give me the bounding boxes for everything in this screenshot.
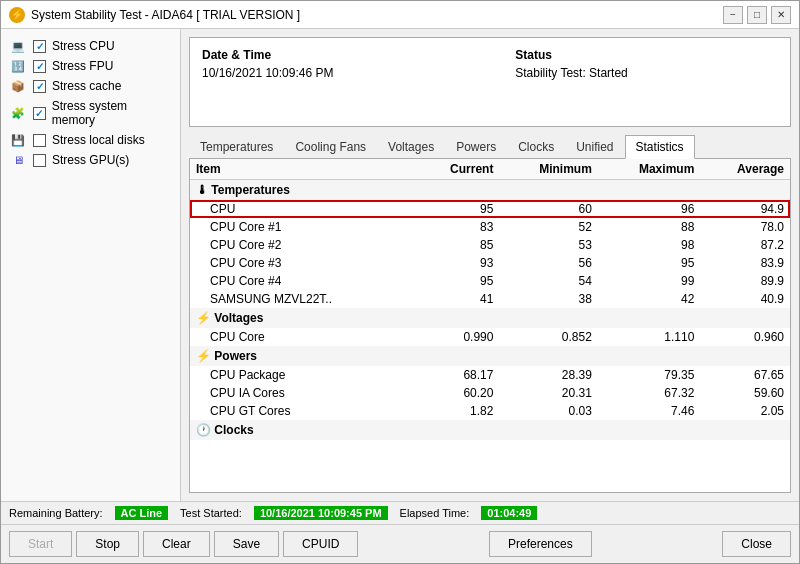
clear-button[interactable]: Clear: [143, 531, 210, 557]
group-header-row: 🕐 Clocks: [190, 420, 790, 440]
stress-gpu-label: Stress GPU(s): [52, 153, 129, 167]
info-box: Date & Time Status 10/16/2021 10:09:46 P…: [189, 37, 791, 127]
status-bar: Remaining Battery: AC Line Test Started:…: [1, 501, 799, 524]
table-row: CPU Core #183528878.0: [190, 218, 790, 236]
row-value: 0.03: [499, 402, 597, 420]
main-content: 💻 Stress CPU 🔢 Stress FPU 📦 Stress cache…: [1, 29, 799, 501]
tab-statistics[interactable]: Statistics: [625, 135, 695, 159]
test-started-value: 10/16/2021 10:09:45 PM: [254, 506, 388, 520]
battery-value: AC Line: [115, 506, 169, 520]
tab-temperatures[interactable]: Temperatures: [189, 135, 284, 158]
stress-cache-label: Stress cache: [52, 79, 121, 93]
row-value: 85: [415, 236, 499, 254]
row-value: 1.110: [598, 328, 700, 346]
status-header: Status: [511, 46, 782, 64]
stress-gpu-item[interactable]: 🖥 Stress GPU(s): [9, 151, 172, 169]
row-item-name: CPU Core #4: [190, 272, 415, 290]
stress-cpu-label: Stress CPU: [52, 39, 115, 53]
gpu-icon: 🖥: [9, 153, 27, 167]
close-button[interactable]: Close: [722, 531, 791, 557]
table-body: 🌡 TemperaturesCPU95609694.9CPU Core #183…: [190, 180, 790, 441]
stress-disks-item[interactable]: 💾 Stress local disks: [9, 131, 172, 149]
row-item-name: CPU Core #2: [190, 236, 415, 254]
stress-disks-checkbox[interactable]: [33, 134, 46, 147]
row-value: 95: [415, 272, 499, 290]
row-value: 7.46: [598, 402, 700, 420]
app-icon: ⚡: [9, 7, 25, 23]
stress-fpu-checkbox[interactable]: [33, 60, 46, 73]
group-header-row: ⚡ Voltages: [190, 308, 790, 328]
row-value: 52: [499, 218, 597, 236]
group-header-row: 🌡 Temperatures: [190, 180, 790, 201]
row-value: 96: [598, 200, 700, 218]
date-time-header: Date & Time: [198, 46, 511, 64]
tabs-row: Temperatures Cooling Fans Voltages Power…: [189, 135, 791, 159]
stress-cpu-item[interactable]: 💻 Stress CPU: [9, 37, 172, 55]
row-value: 59.60: [700, 384, 790, 402]
main-window: ⚡ System Stability Test - AIDA64 [ TRIAL…: [0, 0, 800, 564]
row-value: 1.82: [415, 402, 499, 420]
cpuid-button[interactable]: CPUID: [283, 531, 358, 557]
row-value: 0.990: [415, 328, 499, 346]
stress-gpu-checkbox[interactable]: [33, 154, 46, 167]
disk-icon: 💾: [9, 133, 27, 147]
table-row: CPU95609694.9: [190, 200, 790, 218]
row-value: 93: [415, 254, 499, 272]
tab-voltages[interactable]: Voltages: [377, 135, 445, 158]
row-value: 98: [598, 236, 700, 254]
row-value: 54: [499, 272, 597, 290]
row-item-name: CPU GT Cores: [190, 402, 415, 420]
status-value: Stability Test: Started: [511, 64, 782, 82]
cpu-icon: 💻: [9, 39, 27, 53]
row-value: 95: [598, 254, 700, 272]
minimize-button[interactable]: −: [723, 6, 743, 24]
row-value: 79.35: [598, 366, 700, 384]
elapsed-value: 01:04:49: [481, 506, 537, 520]
stress-fpu-item[interactable]: 🔢 Stress FPU: [9, 57, 172, 75]
row-value: 94.9: [700, 200, 790, 218]
table-row: CPU Core0.9900.8521.1100.960: [190, 328, 790, 346]
group-header-row: ⚡ Powers: [190, 346, 790, 366]
table-row: CPU GT Cores1.820.037.462.05: [190, 402, 790, 420]
stress-cache-checkbox[interactable]: [33, 80, 46, 93]
row-value: 95: [415, 200, 499, 218]
button-bar: Start Stop Clear Save CPUID Preferences …: [1, 524, 799, 563]
stress-cache-item[interactable]: 📦 Stress cache: [9, 77, 172, 95]
row-value: 83.9: [700, 254, 790, 272]
stop-button[interactable]: Stop: [76, 531, 139, 557]
row-value: 42: [598, 290, 700, 308]
start-button[interactable]: Start: [9, 531, 72, 557]
tab-powers[interactable]: Powers: [445, 135, 507, 158]
right-panel: Date & Time Status 10/16/2021 10:09:46 P…: [181, 29, 799, 501]
test-started-label: Test Started:: [180, 507, 242, 519]
stress-memory-checkbox[interactable]: [33, 107, 46, 120]
tab-clocks[interactable]: Clocks: [507, 135, 565, 158]
stress-cpu-checkbox[interactable]: [33, 40, 46, 53]
row-value: 78.0: [700, 218, 790, 236]
row-value: 28.39: [499, 366, 597, 384]
table-row: CPU Core #393569583.9: [190, 254, 790, 272]
col-average: Average: [700, 159, 790, 180]
row-value: 67.32: [598, 384, 700, 402]
row-item-name: CPU IA Cores: [190, 384, 415, 402]
row-value: 60.20: [415, 384, 499, 402]
row-item-name: SAMSUNG MZVL22T..: [190, 290, 415, 308]
row-value: 68.17: [415, 366, 499, 384]
left-panel: 💻 Stress CPU 🔢 Stress FPU 📦 Stress cache…: [1, 29, 181, 501]
row-value: 20.31: [499, 384, 597, 402]
stress-memory-item[interactable]: 🧩 Stress system memory: [9, 97, 172, 129]
maximize-button[interactable]: □: [747, 6, 767, 24]
date-time-value: 10/16/2021 10:09:46 PM: [198, 64, 511, 82]
row-value: 53: [499, 236, 597, 254]
tab-unified[interactable]: Unified: [565, 135, 624, 158]
close-window-button[interactable]: ✕: [771, 6, 791, 24]
preferences-button[interactable]: Preferences: [489, 531, 592, 557]
group-icon: ⚡: [196, 349, 211, 363]
row-item-name: CPU: [190, 200, 415, 218]
save-button[interactable]: Save: [214, 531, 279, 557]
table-row: CPU Package68.1728.3979.3567.65: [190, 366, 790, 384]
data-table-container: Item Current Minimum Maximum Average 🌡 T…: [189, 159, 791, 493]
row-item-name: CPU Core #1: [190, 218, 415, 236]
tab-cooling-fans[interactable]: Cooling Fans: [284, 135, 377, 158]
stress-memory-label: Stress system memory: [52, 99, 172, 127]
